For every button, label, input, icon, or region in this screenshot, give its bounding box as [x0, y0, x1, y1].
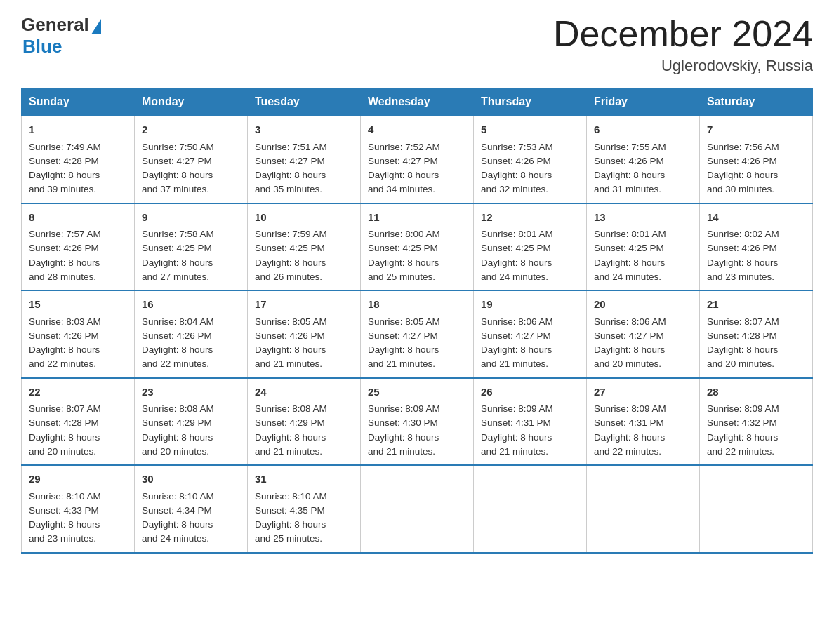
day-number: 18: [368, 297, 466, 313]
day-number: 4: [368, 122, 466, 138]
calendar-table: SundayMondayTuesdayWednesdayThursdayFrid…: [21, 88, 813, 554]
day-number: 11: [368, 210, 466, 226]
day-number: 25: [368, 384, 466, 401]
calendar-cell: 11Sunrise: 8:00 AMSunset: 4:25 PMDayligh…: [361, 203, 474, 291]
location-text: Uglerodovskiy, Russia: [553, 57, 813, 75]
calendar-cell: 19Sunrise: 8:06 AMSunset: 4:27 PMDayligh…: [474, 290, 587, 378]
day-number: 5: [481, 122, 579, 138]
day-number: 9: [142, 210, 240, 226]
calendar-cell: 23Sunrise: 8:08 AMSunset: 4:29 PMDayligh…: [135, 378, 248, 466]
calendar-week-row: 15Sunrise: 8:03 AMSunset: 4:26 PMDayligh…: [22, 290, 813, 378]
header-tuesday: Tuesday: [248, 88, 361, 116]
page-header: General Blue December 2024 Uglerodovskiy…: [21, 14, 813, 75]
calendar-cell: [474, 465, 587, 553]
calendar-cell: 1Sunrise: 7:49 AMSunset: 4:28 PMDaylight…: [22, 116, 135, 203]
calendar-cell: 18Sunrise: 8:05 AMSunset: 4:27 PMDayligh…: [361, 290, 474, 378]
day-number: 26: [481, 384, 579, 401]
day-number: 8: [29, 210, 127, 226]
day-number: 15: [29, 297, 127, 313]
calendar-cell: 30Sunrise: 8:10 AMSunset: 4:34 PMDayligh…: [135, 465, 248, 553]
calendar-cell: [700, 465, 813, 553]
logo: General Blue: [21, 14, 101, 58]
calendar-header-row: SundayMondayTuesdayWednesdayThursdayFrid…: [22, 88, 813, 116]
calendar-cell: 21Sunrise: 8:07 AMSunset: 4:28 PMDayligh…: [700, 290, 813, 378]
calendar-cell: 3Sunrise: 7:51 AMSunset: 4:27 PMDaylight…: [248, 116, 361, 203]
calendar-cell: 31Sunrise: 8:10 AMSunset: 4:35 PMDayligh…: [248, 465, 361, 553]
header-wednesday: Wednesday: [361, 88, 474, 116]
day-number: 7: [707, 122, 805, 138]
calendar-cell: 25Sunrise: 8:09 AMSunset: 4:30 PMDayligh…: [361, 378, 474, 466]
calendar-cell: 8Sunrise: 7:57 AMSunset: 4:26 PMDaylight…: [22, 203, 135, 291]
day-number: 1: [29, 122, 127, 138]
day-number: 6: [594, 122, 692, 138]
header-friday: Friday: [587, 88, 700, 116]
calendar-cell: 12Sunrise: 8:01 AMSunset: 4:25 PMDayligh…: [474, 203, 587, 291]
header-saturday: Saturday: [700, 88, 813, 116]
day-number: 28: [707, 384, 805, 401]
calendar-cell: 2Sunrise: 7:50 AMSunset: 4:27 PMDaylight…: [135, 116, 248, 203]
calendar-cell: 14Sunrise: 8:02 AMSunset: 4:26 PMDayligh…: [700, 203, 813, 291]
calendar-week-row: 22Sunrise: 8:07 AMSunset: 4:28 PMDayligh…: [22, 378, 813, 466]
calendar-cell: 22Sunrise: 8:07 AMSunset: 4:28 PMDayligh…: [22, 378, 135, 466]
day-number: 10: [255, 210, 353, 226]
logo-triangle-icon: [91, 19, 101, 34]
calendar-cell: [587, 465, 700, 553]
calendar-week-row: 29Sunrise: 8:10 AMSunset: 4:33 PMDayligh…: [22, 465, 813, 553]
day-number: 17: [255, 297, 353, 313]
day-number: 13: [594, 210, 692, 226]
day-number: 2: [142, 122, 240, 138]
calendar-cell: 13Sunrise: 8:01 AMSunset: 4:25 PMDayligh…: [587, 203, 700, 291]
calendar-week-row: 1Sunrise: 7:49 AMSunset: 4:28 PMDaylight…: [22, 116, 813, 203]
title-block: December 2024 Uglerodovskiy, Russia: [553, 14, 813, 75]
calendar-week-row: 8Sunrise: 7:57 AMSunset: 4:26 PMDaylight…: [22, 203, 813, 291]
header-monday: Monday: [135, 88, 248, 116]
header-thursday: Thursday: [474, 88, 587, 116]
calendar-cell: 20Sunrise: 8:06 AMSunset: 4:27 PMDayligh…: [587, 290, 700, 378]
day-number: 3: [255, 122, 353, 138]
day-number: 16: [142, 297, 240, 313]
logo-general-text: General: [21, 14, 89, 36]
logo-top: General: [21, 14, 101, 36]
day-number: 27: [594, 384, 692, 401]
calendar-cell: 10Sunrise: 7:59 AMSunset: 4:25 PMDayligh…: [248, 203, 361, 291]
day-number: 21: [707, 297, 805, 313]
day-number: 23: [142, 384, 240, 401]
day-number: 29: [29, 471, 127, 488]
calendar-cell: 28Sunrise: 8:09 AMSunset: 4:32 PMDayligh…: [700, 378, 813, 466]
calendar-cell: [361, 465, 474, 553]
day-number: 31: [255, 471, 353, 488]
day-number: 30: [142, 471, 240, 488]
day-number: 20: [594, 297, 692, 313]
calendar-cell: 27Sunrise: 8:09 AMSunset: 4:31 PMDayligh…: [587, 378, 700, 466]
calendar-cell: 26Sunrise: 8:09 AMSunset: 4:31 PMDayligh…: [474, 378, 587, 466]
month-title: December 2024: [553, 14, 813, 54]
day-number: 22: [29, 384, 127, 401]
calendar-cell: 24Sunrise: 8:08 AMSunset: 4:29 PMDayligh…: [248, 378, 361, 466]
calendar-cell: 15Sunrise: 8:03 AMSunset: 4:26 PMDayligh…: [22, 290, 135, 378]
calendar-cell: 17Sunrise: 8:05 AMSunset: 4:26 PMDayligh…: [248, 290, 361, 378]
header-sunday: Sunday: [22, 88, 135, 116]
calendar-cell: 29Sunrise: 8:10 AMSunset: 4:33 PMDayligh…: [22, 465, 135, 553]
calendar-cell: 16Sunrise: 8:04 AMSunset: 4:26 PMDayligh…: [135, 290, 248, 378]
calendar-cell: 6Sunrise: 7:55 AMSunset: 4:26 PMDaylight…: [587, 116, 700, 203]
calendar-cell: 5Sunrise: 7:53 AMSunset: 4:26 PMDaylight…: [474, 116, 587, 203]
day-number: 14: [707, 210, 805, 226]
calendar-cell: 4Sunrise: 7:52 AMSunset: 4:27 PMDaylight…: [361, 116, 474, 203]
calendar-cell: 9Sunrise: 7:58 AMSunset: 4:25 PMDaylight…: [135, 203, 248, 291]
day-number: 19: [481, 297, 579, 313]
calendar-cell: 7Sunrise: 7:56 AMSunset: 4:26 PMDaylight…: [700, 116, 813, 203]
day-number: 24: [255, 384, 353, 401]
logo-blue-text: Blue: [22, 36, 62, 58]
day-number: 12: [481, 210, 579, 226]
